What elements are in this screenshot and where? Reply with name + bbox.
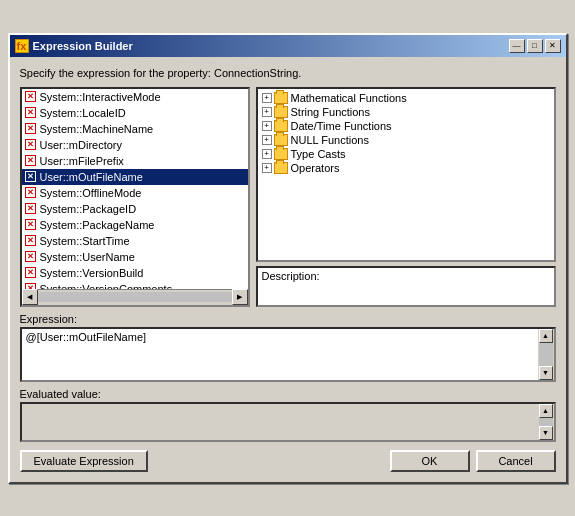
variable-icon: ✕ <box>24 122 38 136</box>
list-item-label: System::UserName <box>40 251 135 263</box>
functions-panel: +Mathematical Functions+String Functions… <box>256 87 556 307</box>
expression-value: @[User::mOutFileName] <box>26 331 147 343</box>
eval-scroll-down[interactable]: ▼ <box>539 426 553 440</box>
minimize-button[interactable]: — <box>509 39 525 53</box>
description-header: Description: <box>262 270 320 282</box>
eval-scroll-up[interactable]: ▲ <box>539 404 553 418</box>
list-item-label: User::mFilePrefix <box>40 155 124 167</box>
folder-icon <box>274 162 288 174</box>
list-item[interactable]: ✕System::OfflineMode <box>22 185 248 201</box>
description-label: Specify the expression for the property:… <box>20 67 556 79</box>
tree-item[interactable]: +NULL Functions <box>260 133 552 147</box>
folder-icon <box>274 120 288 132</box>
tree-item[interactable]: +Operators <box>260 161 552 175</box>
title-bar: fx Expression Builder — □ ✕ <box>10 35 566 57</box>
list-item-label: User::mOutFileName <box>40 171 143 183</box>
window-icon: fx <box>15 39 29 53</box>
expand-button[interactable]: + <box>262 149 272 159</box>
expression-box[interactable]: @[User::mOutFileName] ▲ ▼ <box>20 327 556 382</box>
scroll-right-button[interactable]: ▶ <box>232 289 248 305</box>
cancel-button[interactable]: Cancel <box>476 450 556 472</box>
expression-scrollbar: ▲ ▼ <box>538 329 554 380</box>
list-item[interactable]: ✕System::LocaleID <box>22 105 248 121</box>
tree-item-label: NULL Functions <box>291 134 369 146</box>
variable-icon: ✕ <box>24 266 38 280</box>
list-item-label: System::StartTime <box>40 235 130 247</box>
tree-item[interactable]: +String Functions <box>260 105 552 119</box>
variable-icon: ✕ <box>24 202 38 216</box>
eval-scrollbar: ▲ ▼ <box>538 404 554 440</box>
list-item-label: User::mDirectory <box>40 139 123 151</box>
variable-icon: ✕ <box>24 250 38 264</box>
list-item[interactable]: ✕System::PackageName <box>22 217 248 233</box>
window-title: Expression Builder <box>33 40 133 52</box>
folder-icon <box>274 92 288 104</box>
list-item-label: System::VersionBuild <box>40 267 144 279</box>
expand-button[interactable]: + <box>262 163 272 173</box>
tree-item[interactable]: +Type Casts <box>260 147 552 161</box>
expression-label: Expression: <box>20 313 556 325</box>
variables-list: ✕System::InteractiveMode✕System::LocaleI… <box>22 89 248 289</box>
tree-item[interactable]: +Date/Time Functions <box>260 119 552 133</box>
list-item[interactable]: ✕System::VersionComments <box>22 281 248 289</box>
list-item[interactable]: ✕System::MachineName <box>22 121 248 137</box>
list-item[interactable]: ✕System::UserName <box>22 249 248 265</box>
expand-button[interactable]: + <box>262 121 272 131</box>
list-item[interactable]: ✕System::VersionBuild <box>22 265 248 281</box>
list-item-label: System::VersionComments <box>40 283 173 289</box>
folder-icon <box>274 148 288 160</box>
close-button[interactable]: ✕ <box>545 39 561 53</box>
list-item-label: System::PackageID <box>40 203 137 215</box>
tree-item-label: Date/Time Functions <box>291 120 392 132</box>
variable-icon: ✕ <box>24 138 38 152</box>
variable-icon: ✕ <box>24 234 38 248</box>
list-item[interactable]: ✕System::StartTime <box>22 233 248 249</box>
expand-button[interactable]: + <box>262 93 272 103</box>
folder-icon <box>274 134 288 146</box>
evaluate-expression-button[interactable]: Evaluate Expression <box>20 450 148 472</box>
ok-cancel-buttons: OK Cancel <box>390 450 556 472</box>
variable-icon: ✕ <box>24 106 38 120</box>
ok-button[interactable]: OK <box>390 450 470 472</box>
folder-icon <box>274 106 288 118</box>
list-item-label: System::LocaleID <box>40 107 126 119</box>
tree-item-label: Type Casts <box>291 148 346 160</box>
description-panel: Description: <box>256 266 556 307</box>
list-item[interactable]: ✕System::PackageID <box>22 201 248 217</box>
expand-button[interactable]: + <box>262 107 272 117</box>
variable-icon: ✕ <box>24 170 38 184</box>
expression-builder-window: fx Expression Builder — □ ✕ Specify the … <box>8 33 568 484</box>
evaluated-value-box: ▲ ▼ <box>20 402 556 442</box>
expand-button[interactable]: + <box>262 135 272 145</box>
button-row: Evaluate Expression OK Cancel <box>20 450 556 472</box>
functions-tree[interactable]: +Mathematical Functions+String Functions… <box>256 87 556 262</box>
tree-item-label: Mathematical Functions <box>291 92 407 104</box>
list-item[interactable]: ✕User::mDirectory <box>22 137 248 153</box>
variable-icon: ✕ <box>24 282 38 289</box>
tree-item[interactable]: +Mathematical Functions <box>260 91 552 105</box>
variable-icon: ✕ <box>24 154 38 168</box>
scroll-track <box>38 292 232 302</box>
variable-icon: ✕ <box>24 218 38 232</box>
list-item-label: System::PackageName <box>40 219 155 231</box>
list-item-label: System::InteractiveMode <box>40 91 161 103</box>
list-item-label: System::MachineName <box>40 123 154 135</box>
scroll-left-button[interactable]: ◀ <box>22 289 38 305</box>
horizontal-scrollbar[interactable]: ◀ ▶ <box>22 289 248 305</box>
expr-scroll-down[interactable]: ▼ <box>539 366 553 380</box>
expr-scroll-up[interactable]: ▲ <box>539 329 553 343</box>
list-item-label: System::OfflineMode <box>40 187 142 199</box>
list-item[interactable]: ✕User::mOutFileName <box>22 169 248 185</box>
title-controls: — □ ✕ <box>509 39 561 53</box>
tree-item-label: String Functions <box>291 106 370 118</box>
main-panels: ✕System::InteractiveMode✕System::LocaleI… <box>20 87 556 307</box>
variables-panel[interactable]: ✕System::InteractiveMode✕System::LocaleI… <box>20 87 250 307</box>
window-content: Specify the expression for the property:… <box>10 57 566 482</box>
maximize-button[interactable]: □ <box>527 39 543 53</box>
evaluated-value-label: Evaluated value: <box>20 388 556 400</box>
tree-item-label: Operators <box>291 162 340 174</box>
list-item[interactable]: ✕System::InteractiveMode <box>22 89 248 105</box>
variable-icon: ✕ <box>24 90 38 104</box>
list-item[interactable]: ✕User::mFilePrefix <box>22 153 248 169</box>
variable-icon: ✕ <box>24 186 38 200</box>
